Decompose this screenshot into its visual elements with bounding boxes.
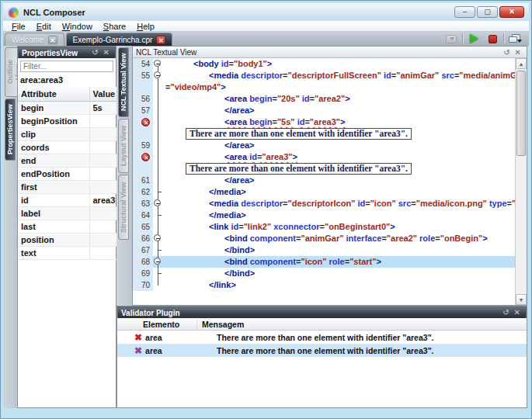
code-line[interactable]: 66<bind component="animGar" interface="a… (133, 233, 515, 244)
scroll-up-icon[interactable]: ▲ (516, 58, 527, 69)
code-editor[interactable]: 54<body id="body1">55<media descriptor="… (133, 58, 527, 305)
column-header-attribute[interactable]: Attribute (18, 87, 89, 101)
attribute-value[interactable] (89, 206, 117, 220)
scrollbar-thumb[interactable] (516, 71, 526, 156)
attribute-row[interactable]: idarea3 (18, 193, 117, 206)
scroll-down-icon[interactable]: ▼ (516, 294, 527, 305)
code-line[interactable]: <area id="area3"> (133, 151, 515, 163)
close-button[interactable]: ✕ (499, 6, 524, 18)
fold-collapse-icon[interactable] (154, 60, 161, 67)
view-tab-structural-view[interactable]: Structural View (118, 175, 129, 240)
dock-tab-propertiesview[interactable]: PropertiesView (5, 99, 16, 161)
column-header-value[interactable]: Value (89, 87, 117, 101)
fold-collapse-icon[interactable] (154, 258, 161, 265)
view-tab-layout-view[interactable]: Layout View (118, 119, 129, 173)
code-line[interactable]: 57</area> (133, 105, 515, 116)
code-line[interactable]: 62</media> (133, 186, 515, 198)
document-tab[interactable]: Exemplo-Garrincha.cpr✕ (66, 33, 173, 46)
attribute-row[interactable]: first (18, 180, 117, 193)
code-text: <area begin="5s" id="area3"> (164, 117, 345, 126)
code-line[interactable]: 64</media> (133, 210, 515, 221)
validator-message-row[interactable]: ✖areaThere are more than one element wit… (117, 344, 527, 357)
filter-input[interactable] (20, 61, 113, 72)
run-icon[interactable] (466, 33, 482, 45)
code-line[interactable]: <area begin="5s" id="area3"> (133, 116, 515, 128)
tab-close-icon[interactable]: ✕ (156, 36, 165, 44)
attribute-value[interactable] (89, 180, 117, 193)
fold-gutter (153, 163, 164, 175)
undock-icon[interactable]: ↺ (89, 49, 100, 57)
close-panel-icon[interactable]: ✕ (513, 48, 523, 57)
code-line[interactable]: 65<link id="link2" xconnector="onBeginst… (133, 221, 515, 233)
code-line[interactable]: 56<area begin="20s" id="area2"> (133, 93, 515, 105)
code-line[interactable]: 67</bind> (133, 244, 515, 256)
menu-item-file[interactable]: File (6, 22, 31, 31)
import-disabled-icon[interactable] (443, 33, 459, 45)
menu-item-edit[interactable]: Edit (31, 22, 57, 31)
code-line[interactable]: 61</area> (133, 175, 515, 186)
attribute-row[interactable]: last (18, 220, 117, 233)
close-panel-icon[interactable]: ✕ (101, 49, 112, 57)
stop-icon[interactable] (485, 33, 500, 45)
attribute-row[interactable]: beginPosition (18, 114, 117, 127)
error-marker-icon[interactable] (141, 118, 150, 126)
code-line[interactable]: 55<media descriptor="descriptorFullScree… (133, 70, 515, 81)
menu-item-share[interactable]: Share (98, 22, 131, 31)
code-line[interactable]: ="video/mp4"> (133, 81, 515, 93)
close-panel-icon[interactable]: ✕ (512, 309, 523, 317)
undock-icon[interactable]: ↺ (501, 48, 512, 57)
code-line[interactable]: 69</bind> (133, 268, 515, 279)
validator-element-name: area (145, 346, 162, 355)
error-marker-icon[interactable] (141, 153, 150, 161)
attribute-value[interactable] (89, 154, 117, 167)
attribute-value[interactable] (89, 114, 117, 127)
attribute-value[interactable] (89, 220, 117, 233)
editor-panel-header[interactable]: NCL Textual View ↺ ✕ (133, 47, 527, 58)
attribute-value[interactable] (89, 167, 117, 180)
validator-element-cell: ✖area (117, 333, 197, 342)
maximize-button[interactable]: ▢ (477, 6, 498, 18)
attribute-row[interactable]: endPosition (18, 167, 117, 180)
attribute-row[interactable]: position (18, 233, 117, 246)
code-line[interactable]: 63<media descriptor="descriptorIcon" id=… (133, 198, 515, 210)
undock-icon[interactable]: ↺ (500, 309, 511, 317)
fold-gutter (153, 210, 164, 221)
column-header-elemento[interactable]: Elemento (117, 320, 197, 329)
properties-panel-header[interactable]: PropertiesView ↺ ✕ (18, 47, 116, 58)
document-tab[interactable]: Welcome✕ (5, 33, 64, 46)
code-text: </link> (164, 280, 236, 289)
column-header-mensagem[interactable]: Mensagem (197, 320, 527, 329)
attribute-value[interactable] (89, 233, 117, 246)
attribute-row[interactable]: text (18, 246, 117, 259)
attribute-value[interactable]: 5s (89, 101, 117, 114)
menu-item-help[interactable]: Help (131, 22, 160, 31)
attribute-row[interactable]: clip (18, 127, 117, 140)
error-annotation-row[interactable]: There are more than one element with ide… (133, 128, 515, 140)
attribute-value[interactable] (89, 127, 117, 140)
tab-close-icon[interactable]: ✕ (48, 36, 57, 44)
run-remote-displays-icon[interactable] (507, 33, 523, 45)
code-line[interactable]: 70</link> (133, 279, 515, 291)
fold-gutter (153, 105, 164, 116)
attribute-row[interactable]: coords (18, 140, 117, 154)
editor-vertical-scrollbar[interactable]: ▲ ▼ (515, 58, 527, 305)
validator-panel-header[interactable]: Validator Plugin ↺ ✕ (117, 306, 527, 318)
attribute-row[interactable]: begin5s (18, 101, 117, 114)
attribute-value[interactable] (89, 140, 117, 154)
view-tab-ncl-textual-view[interactable]: NCL Textual View (118, 47, 129, 117)
attribute-row[interactable]: label (18, 206, 117, 220)
titlebar[interactable]: NCL Composer – ▢ ✕ (3, 3, 529, 21)
fold-collapse-icon[interactable] (154, 71, 161, 78)
code-line[interactable]: 68<bind component="icon" role="start"> (133, 256, 515, 268)
attribute-value[interactable] (89, 246, 117, 259)
minimize-button[interactable]: – (454, 6, 475, 18)
attribute-row[interactable]: end (18, 154, 117, 167)
fold-collapse-icon[interactable] (154, 199, 161, 206)
attribute-value[interactable]: area3 (89, 193, 117, 206)
fold-collapse-icon[interactable] (154, 234, 161, 241)
code-line[interactable]: 54<body id="body1"> (133, 58, 515, 70)
menu-item-window[interactable]: Window (57, 22, 98, 31)
error-annotation-row[interactable]: There are more than one element with ide… (133, 163, 515, 175)
validator-message-row[interactable]: ✖areaThere are more than one element wit… (117, 331, 527, 344)
code-line[interactable]: 59</area> (133, 140, 515, 151)
